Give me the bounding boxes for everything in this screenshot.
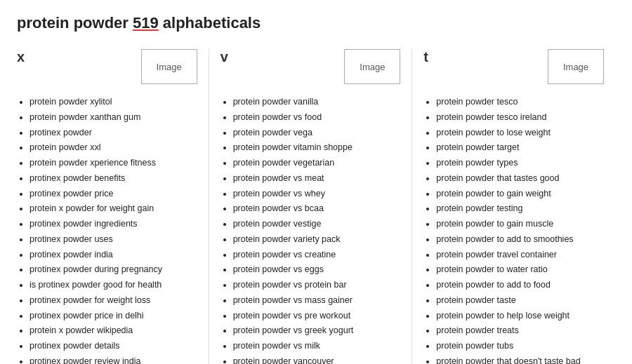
list-item[interactable]: protein powder to lose weight <box>436 126 604 140</box>
column-v: vImageprotein powder vanillaprotein powd… <box>209 49 413 364</box>
list-item[interactable]: protein powder types <box>436 156 604 170</box>
list-item[interactable]: protein powder vs mass gainer <box>233 294 401 307</box>
list-item[interactable]: protein powder to water ratio <box>436 263 604 276</box>
list-item[interactable]: protein powder vegetarian <box>233 156 401 170</box>
title-count: 519 <box>133 14 159 32</box>
list-item[interactable]: protein powder xylitol <box>29 95 197 109</box>
column-t: tImageprotein powder tescoprotein powder… <box>412 49 615 364</box>
col-list-x: protein powder xylitolprotein powder xan… <box>17 95 197 364</box>
list-item[interactable]: protein powder vitamin shoppe <box>233 141 401 154</box>
title-suffix: alphabeticals <box>159 14 261 32</box>
list-item[interactable]: protein powder treats <box>436 324 604 337</box>
col-letter-x: x <box>17 49 25 65</box>
page-title: protein powder 519 alphabeticals <box>17 14 615 32</box>
list-item[interactable]: protein powder vega <box>233 126 401 140</box>
list-item[interactable]: protinex powder benefits <box>29 172 197 185</box>
col-letter-v: v <box>220 49 228 65</box>
list-item[interactable]: protinex powder uses <box>29 233 197 246</box>
list-item[interactable]: protein powder vs greek yogurt <box>233 324 401 337</box>
title-prefix: protein powder <box>17 14 133 32</box>
list-item[interactable]: protein powder xanthan gum <box>29 111 197 124</box>
image-box-x: Image <box>141 49 197 84</box>
col-header-x: xImage <box>17 49 197 84</box>
list-item[interactable]: protinex powder price <box>29 187 197 201</box>
list-item[interactable]: protein powder to help lose weight <box>436 309 604 323</box>
columns-container: xImageprotein powder xylitolprotein powd… <box>17 49 615 364</box>
list-item[interactable]: protein powder xperience fitness <box>29 156 197 170</box>
list-item[interactable]: protinex powder india <box>29 248 197 262</box>
list-item[interactable]: protein powder vs whey <box>233 187 401 201</box>
list-item[interactable]: protein powder vestige <box>233 217 401 231</box>
list-item[interactable]: protinex powder ingredients <box>29 217 197 231</box>
list-item[interactable]: protein powder xxl <box>29 141 197 154</box>
list-item[interactable]: protein powder tesco <box>436 95 604 109</box>
list-item[interactable]: protein powder testing <box>436 202 604 215</box>
list-item[interactable]: protein powder variety pack <box>233 233 401 246</box>
image-box-t: Image <box>548 49 604 84</box>
col-header-v: vImage <box>220 49 401 84</box>
list-item[interactable]: protinex powder <box>29 126 197 140</box>
list-item[interactable]: protinex powder review india <box>29 355 197 364</box>
image-box-v: Image <box>344 49 400 84</box>
list-item[interactable]: protinex powder during pregnancy <box>29 263 197 276</box>
list-item[interactable]: protein powder to gain muscle <box>436 217 604 231</box>
col-list-v: protein powder vanillaprotein powder vs … <box>220 95 401 364</box>
list-item[interactable]: protein powder travel container <box>436 248 604 262</box>
list-item[interactable]: protein powder to gain weight <box>436 187 604 201</box>
list-item[interactable]: protein powder vs eggs <box>233 263 401 276</box>
list-item[interactable]: protein powder vs milk <box>233 339 401 353</box>
col-list-t: protein powder tescoprotein powder tesco… <box>423 95 604 364</box>
list-item[interactable]: protein powder that doesn't taste bad <box>436 355 604 364</box>
list-item[interactable]: protein powder tesco ireland <box>436 111 604 124</box>
list-item[interactable]: protein powder vs protein bar <box>233 278 401 292</box>
list-item[interactable]: protein powder that tastes good <box>436 172 604 185</box>
list-item[interactable]: protinex powder price in delhi <box>29 309 197 323</box>
list-item[interactable]: protein powder vs pre workout <box>233 309 401 323</box>
list-item[interactable]: protein powder target <box>436 141 604 154</box>
list-item[interactable]: protein powder vancouver <box>233 355 401 364</box>
list-item[interactable]: protein powder vs food <box>233 111 401 124</box>
list-item[interactable]: protein x powder for weight gain <box>29 202 197 215</box>
list-item[interactable]: protein powder tubs <box>436 339 604 353</box>
list-item[interactable]: protein powder vs meat <box>233 172 401 185</box>
list-item[interactable]: protinex powder details <box>29 339 197 353</box>
list-item[interactable]: is protinex powder good for health <box>29 278 197 292</box>
list-item[interactable]: protein x powder wikipedia <box>29 324 197 337</box>
list-item[interactable]: protein powder vs bcaa <box>233 202 401 215</box>
column-x: xImageprotein powder xylitolprotein powd… <box>17 49 209 364</box>
list-item[interactable]: protein powder to add to food <box>436 278 604 292</box>
list-item[interactable]: protein powder vs creatine <box>233 248 401 262</box>
list-item[interactable]: protein powder vanilla <box>233 95 401 109</box>
col-header-t: tImage <box>423 49 604 84</box>
list-item[interactable]: protein powder taste <box>436 294 604 307</box>
col-letter-t: t <box>423 49 428 65</box>
list-item[interactable]: protein powder to add to smoothies <box>436 233 604 246</box>
list-item[interactable]: protinex powder for weight loss <box>29 294 197 307</box>
